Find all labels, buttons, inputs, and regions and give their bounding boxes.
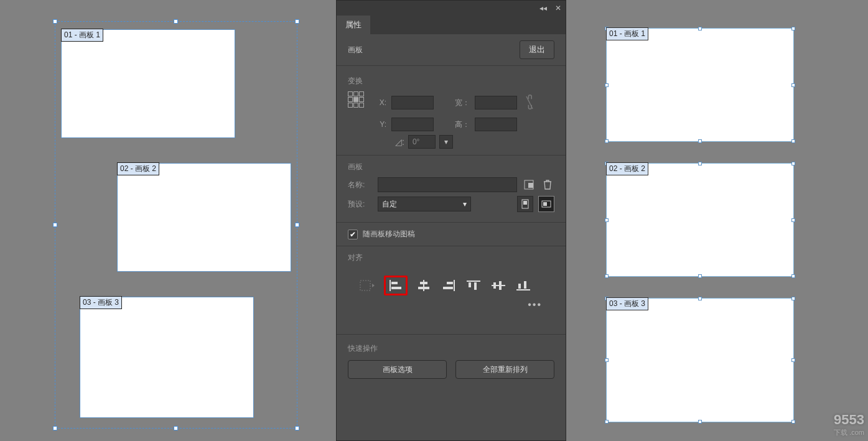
rotation-dropdown-icon[interactable]: ▾ — [439, 135, 453, 149]
svg-rect-10 — [391, 287, 401, 289]
svg-rect-12 — [420, 282, 427, 284]
artboard-label: 03 - 画板 3 — [606, 297, 648, 310]
align-left-icon[interactable] — [387, 279, 404, 292]
link-wh-icon[interactable] — [522, 91, 537, 114]
more-options-icon[interactable]: ••• — [348, 299, 554, 317]
svg-rect-24 — [518, 284, 521, 289]
properties-panel: ◂◂ ✕ 属性 画板 退出 变换 X: 宽： — [336, 0, 566, 441]
quick-actions-title: 快速操作 — [348, 343, 554, 354]
rotation-icon: ◿: — [395, 137, 404, 147]
h-input[interactable] — [475, 118, 517, 131]
svg-rect-18 — [469, 282, 471, 287]
align-top-icon[interactable] — [465, 279, 482, 292]
align-vcenter-icon[interactable] — [490, 279, 507, 292]
artboard-2-left[interactable]: 02 - 画板 2 — [117, 163, 291, 272]
svg-rect-25 — [524, 281, 526, 289]
svg-rect-16 — [443, 287, 453, 289]
rotation-input[interactable]: 0° — [408, 135, 436, 149]
artboard-label: 02 - 画板 2 — [117, 162, 159, 175]
canvas-left: 01 - 画板 1 02 - 画板 2 03 - 画板 3 — [0, 0, 336, 441]
transform-title: 变换 — [348, 76, 554, 86]
align-row — [348, 268, 554, 299]
svg-rect-22 — [499, 281, 502, 290]
checkbox-checked-icon[interactable]: ✔ — [348, 230, 358, 239]
artboard-1-right[interactable]: 01 - 画板 1 — [606, 28, 794, 142]
move-artwork-label: 随画板移动图稿 — [363, 229, 415, 239]
preset-value: 自定 — [382, 199, 397, 210]
landscape-orientation-button[interactable] — [538, 196, 554, 212]
svg-rect-19 — [474, 282, 477, 290]
svg-rect-2 — [528, 183, 533, 188]
name-label: 名称: — [348, 180, 373, 190]
rearrange-all-button[interactable]: 全部重新排列 — [455, 360, 554, 379]
artboard-name-input[interactable] — [378, 177, 517, 192]
canvas-right: 01 - 画板 1 02 - 画板 2 03 - 画板 3 — [566, 0, 868, 441]
align-right-icon[interactable] — [440, 279, 457, 292]
x-input[interactable] — [391, 96, 434, 109]
align-section: 对齐 •• — [337, 246, 566, 323]
svg-rect-21 — [493, 282, 496, 289]
quick-actions-section: 快速操作 画板选项 全部重新排列 — [337, 334, 566, 388]
artboard-3-left[interactable]: 03 - 画板 3 — [80, 297, 254, 418]
artboard-label: 01 - 画板 1 — [61, 29, 103, 42]
y-input[interactable] — [391, 118, 434, 131]
svg-rect-6 — [543, 202, 547, 206]
artboard-section-title: 画板 — [348, 162, 554, 172]
preset-dropdown[interactable]: 自定 ▾ — [378, 197, 471, 211]
align-bottom-icon[interactable] — [515, 279, 532, 292]
trash-icon[interactable] — [541, 178, 554, 192]
x-label: X: — [371, 98, 386, 107]
align-left-highlighted — [384, 276, 408, 295]
object-type-label: 画板 — [348, 45, 363, 55]
w-label: 宽： — [455, 98, 470, 108]
tab-row: 属性 — [337, 16, 566, 34]
preset-label: 预设: — [348, 199, 373, 210]
panel-topbar: ◂◂ ✕ — [337, 1, 566, 16]
artboard-options-icon[interactable] — [522, 178, 536, 192]
portrait-orientation-button[interactable] — [517, 196, 533, 212]
svg-rect-4 — [523, 201, 527, 205]
chevron-down-icon: ▾ — [463, 200, 467, 208]
transform-section: 变换 X: 宽： Y: — [337, 70, 566, 156]
w-input[interactable] — [475, 96, 517, 109]
close-icon[interactable]: ✕ — [553, 3, 563, 13]
artboard-label: 02 - 画板 2 — [606, 162, 648, 175]
h-label: 高： — [455, 119, 470, 130]
svg-rect-15 — [447, 282, 453, 284]
reference-point-icon[interactable] — [348, 91, 365, 109]
svg-rect-9 — [391, 282, 398, 284]
artboard-1-left[interactable]: 01 - 画板 1 — [61, 29, 235, 138]
artboard-2-right[interactable]: 02 - 画板 2 — [606, 163, 794, 277]
align-title: 对齐 — [348, 253, 554, 263]
move-artwork-row[interactable]: ✔ 随画板移动图稿 — [337, 223, 566, 246]
svg-rect-13 — [418, 287, 429, 289]
watermark: 9553 下载 .com — [834, 412, 864, 437]
artboard-3-right[interactable]: 03 - 画板 3 — [606, 298, 794, 422]
object-type-row: 画板 退出 — [337, 34, 566, 66]
collapse-icon[interactable]: ◂◂ — [538, 3, 548, 13]
align-hcenter-icon[interactable] — [415, 279, 432, 292]
artboard-props-section: 画板 名称: 预设: 自定 ▾ — [337, 156, 566, 223]
y-label: Y: — [371, 120, 386, 129]
artboard-label: 03 - 画板 3 — [80, 296, 122, 309]
artboard-label: 01 - 画板 1 — [606, 27, 648, 40]
exit-button[interactable]: 退出 — [520, 40, 554, 59]
tab-properties[interactable]: 属性 — [337, 16, 370, 34]
align-to-dropdown-icon[interactable] — [359, 279, 376, 292]
svg-rect-7 — [360, 281, 370, 290]
artboard-options-button[interactable]: 画板选项 — [348, 360, 447, 379]
